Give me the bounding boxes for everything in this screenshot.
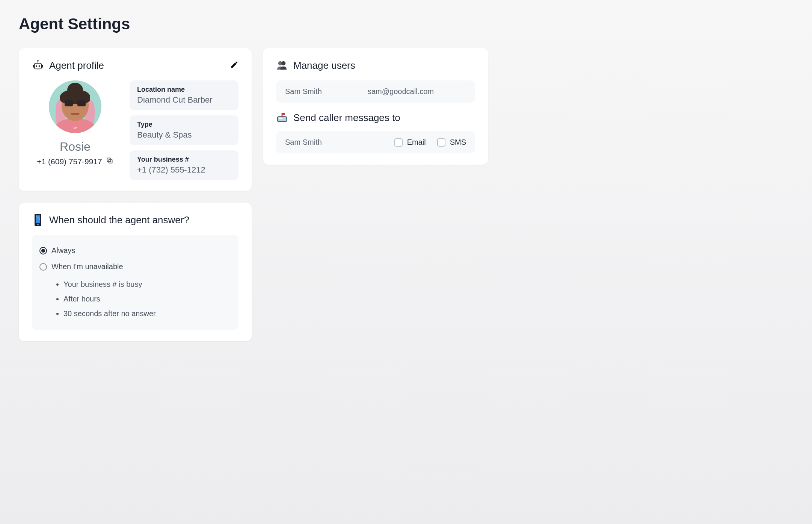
field-label: Type [137, 121, 231, 129]
svg-rect-13 [39, 218, 40, 220]
svg-point-16 [281, 61, 285, 65]
sms-checkbox[interactable] [437, 138, 445, 147]
robot-icon [32, 59, 44, 71]
phone-icon [32, 214, 44, 226]
user-name: Sam Smith [285, 87, 353, 96]
bullet-item: After hours [63, 292, 232, 306]
radio-always[interactable]: Always [38, 242, 232, 259]
user-email: sam@goodcall.com [368, 87, 434, 96]
field-label: Your business # [137, 156, 231, 164]
agent-phone: +1 (609) 757-9917 [37, 157, 102, 166]
bullet-item: Your business # is busy [63, 277, 232, 292]
svg-rect-0 [35, 63, 42, 69]
manage-users-card: Manage users Sam Smith sam@goodcall.com … [263, 48, 488, 165]
page-title: Agent Settings [19, 15, 793, 33]
svg-point-2 [39, 65, 40, 67]
user-row[interactable]: Sam Smith sam@goodcall.com [276, 80, 475, 103]
recipient-name: Sam Smith [285, 138, 383, 147]
field-value: Diamond Cut Barber [137, 95, 231, 105]
svg-rect-17 [278, 117, 287, 121]
send-messages-title: Send caller messages to [293, 112, 400, 124]
svg-point-1 [36, 65, 37, 67]
business-number-field[interactable]: Your business # +1 (732) 555-1212 [130, 150, 238, 180]
location-name-field[interactable]: Location name Diamond Cut Barber [130, 80, 238, 110]
settings-layout: Agent profile ∞ [19, 48, 793, 341]
radio-unavailable[interactable]: When I'm unavailable [38, 259, 232, 275]
field-label: Location name [137, 86, 231, 94]
agent-avatar: ∞ [49, 80, 101, 133]
svg-rect-3 [33, 65, 35, 68]
agent-name: Rosie [60, 140, 91, 154]
users-icon [276, 59, 288, 71]
email-checkbox-label: Email [407, 138, 426, 147]
bullet-item: 30 seconds after no answer [63, 306, 232, 321]
svg-rect-12 [37, 217, 39, 218]
answer-card-title: When should the agent answer? [49, 214, 189, 226]
email-checkbox[interactable] [394, 138, 403, 147]
svg-point-14 [37, 224, 39, 225]
radio-label: When I'm unavailable [51, 262, 123, 271]
manage-users-title: Manage users [293, 60, 355, 71]
agent-profile-title: Agent profile [49, 60, 104, 71]
svg-rect-4 [41, 65, 43, 68]
answer-options: Always When I'm unavailable Your busines… [32, 235, 238, 330]
radio-label: Always [51, 246, 75, 255]
edit-icon[interactable] [230, 61, 238, 70]
type-field[interactable]: Type Beauty & Spas [130, 115, 238, 145]
agent-answer-card: When should the agent answer? Always Whe… [19, 203, 252, 341]
mailbox-icon [276, 112, 288, 124]
svg-rect-11 [36, 215, 37, 217]
field-value: Beauty & Spas [137, 130, 231, 140]
agent-profile-card: Agent profile ∞ [19, 48, 252, 191]
sms-checkbox-label: SMS [450, 138, 466, 147]
svg-rect-18 [279, 118, 282, 119]
copy-icon[interactable] [106, 157, 113, 166]
agent-avatar-column: ∞ Rosie +1 (609) 757-9917 [32, 80, 118, 166]
field-value: +1 (732) 555-1212 [137, 165, 231, 175]
svg-rect-20 [282, 113, 285, 115]
svg-point-6 [37, 60, 39, 62]
unavailable-bullets: Your business # is busy After hours 30 s… [38, 277, 232, 321]
message-recipient-row: Sam Smith Email SMS [276, 131, 475, 153]
